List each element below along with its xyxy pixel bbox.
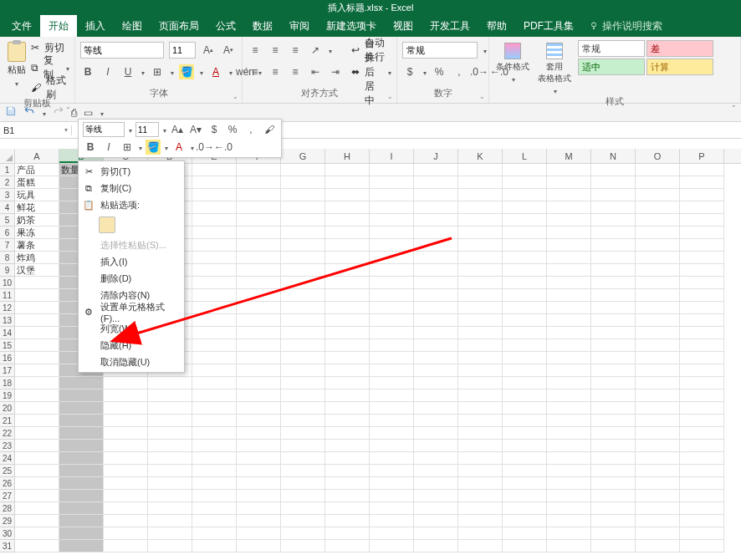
cell-D25[interactable] (148, 465, 192, 477)
cell-E26[interactable] (192, 477, 237, 490)
cell-F30[interactable] (237, 527, 281, 540)
cell-H23[interactable] (325, 440, 370, 452)
cell-F1[interactable] (237, 164, 281, 176)
cell-B27[interactable] (59, 490, 104, 502)
style-bad[interactable]: 差 (646, 40, 713, 57)
cell-B24[interactable] (59, 452, 104, 465)
cell-K16[interactable] (458, 352, 503, 364)
cell-I17[interactable] (370, 364, 414, 377)
cell-H3[interactable] (325, 189, 370, 201)
comma-button[interactable]: , (452, 64, 467, 79)
cell-M31[interactable] (547, 540, 591, 552)
cell-J2[interactable] (414, 176, 458, 189)
cell-P10[interactable] (680, 277, 724, 289)
cell-I28[interactable] (370, 502, 414, 515)
cell-E27[interactable] (192, 490, 237, 502)
format-table-button[interactable]: 套用 表格格式 (536, 40, 573, 95)
cell-C18[interactable] (104, 377, 148, 389)
cell-G20[interactable] (281, 402, 325, 415)
cell-M23[interactable] (547, 440, 591, 452)
cell-I8[interactable] (370, 252, 414, 264)
cell-F26[interactable] (237, 477, 281, 490)
cell-P14[interactable] (680, 327, 724, 339)
cell-G11[interactable] (281, 289, 325, 302)
cell-F2[interactable] (237, 176, 281, 189)
cell-J8[interactable] (414, 252, 458, 264)
cm-cut[interactable]: ✂ 剪切(T) (79, 163, 184, 180)
cell-L8[interactable] (503, 252, 547, 264)
row-header-2[interactable]: 2 (0, 176, 14, 189)
cell-N21[interactable] (591, 415, 636, 427)
cell-K3[interactable] (458, 189, 503, 201)
cell-I24[interactable] (370, 452, 414, 465)
number-format-select[interactable] (402, 42, 478, 59)
cell-F18[interactable] (237, 377, 281, 389)
cell-J17[interactable] (414, 364, 458, 377)
cell-A24[interactable] (15, 452, 59, 465)
cell-F16[interactable] (237, 352, 281, 364)
tab-help[interactable]: 帮助 (478, 15, 515, 37)
cell-P11[interactable] (680, 289, 724, 302)
col-header-K[interactable]: K (458, 149, 503, 163)
cell-P9[interactable] (680, 264, 724, 277)
cell-M16[interactable] (547, 352, 591, 364)
cell-H16[interactable] (325, 352, 370, 364)
cell-H21[interactable] (325, 415, 370, 427)
cell-G9[interactable] (281, 264, 325, 277)
style-good[interactable]: 适中 (578, 59, 645, 75)
cell-I23[interactable] (370, 440, 414, 452)
cell-M5[interactable] (547, 214, 591, 227)
col-header-L[interactable]: L (503, 149, 547, 163)
cell-L26[interactable] (503, 477, 547, 490)
cell-L31[interactable] (503, 540, 547, 552)
row-header-4[interactable]: 4 (0, 201, 14, 214)
cell-I27[interactable] (370, 490, 414, 502)
cell-O19[interactable] (636, 389, 680, 402)
cell-N12[interactable] (591, 302, 636, 314)
cell-J23[interactable] (414, 440, 458, 452)
cell-N11[interactable] (591, 289, 636, 302)
cell-K6[interactable] (458, 227, 503, 239)
orient-caret[interactable] (328, 44, 332, 56)
cell-C31[interactable] (104, 540, 148, 552)
cell-J13[interactable] (414, 314, 458, 327)
cell-P6[interactable] (680, 227, 724, 239)
cell-M3[interactable] (547, 189, 591, 201)
cell-J31[interactable] (414, 540, 458, 552)
cell-O18[interactable] (636, 377, 680, 389)
align-right-button[interactable]: ≡ (288, 64, 303, 79)
cell-J6[interactable] (414, 227, 458, 239)
cell-L12[interactable] (503, 302, 547, 314)
row-header-3[interactable]: 3 (0, 189, 14, 201)
cell-N31[interactable] (591, 540, 636, 552)
row-header-27[interactable]: 27 (0, 490, 14, 502)
cell-F7[interactable] (237, 239, 281, 252)
cell-L14[interactable] (503, 327, 547, 339)
cell-F4[interactable] (237, 201, 281, 214)
cell-K29[interactable] (458, 515, 503, 527)
cell-C26[interactable] (104, 477, 148, 490)
cell-G23[interactable] (281, 440, 325, 452)
row-header-24[interactable]: 24 (0, 452, 14, 465)
cell-N24[interactable] (591, 452, 636, 465)
cell-K12[interactable] (458, 302, 503, 314)
cell-N23[interactable] (591, 440, 636, 452)
cell-B23[interactable] (59, 440, 104, 452)
cell-O29[interactable] (636, 515, 680, 527)
cell-P24[interactable] (680, 452, 724, 465)
cell-L10[interactable] (503, 277, 547, 289)
cell-L30[interactable] (503, 527, 547, 540)
row-header-16[interactable]: 16 (0, 352, 14, 364)
cell-L27[interactable] (503, 490, 547, 502)
cell-K20[interactable] (458, 402, 503, 415)
cell-A23[interactable] (15, 440, 59, 452)
cell-D24[interactable] (148, 452, 192, 465)
cell-L16[interactable] (503, 352, 547, 364)
cell-H10[interactable] (325, 277, 370, 289)
cell-O7[interactable] (636, 239, 680, 252)
cell-G1[interactable] (281, 164, 325, 176)
cell-I30[interactable] (370, 527, 414, 540)
cell-K7[interactable] (458, 239, 503, 252)
cell-O5[interactable] (636, 214, 680, 227)
cell-B29[interactable] (59, 515, 104, 527)
